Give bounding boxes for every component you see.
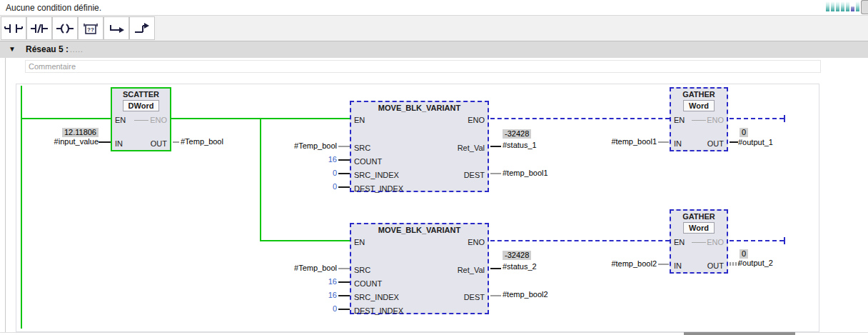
level-bar [851,1,854,11]
gather2-out-monitor: 0 [740,249,748,259]
plc-ladder-editor: Aucune condition définie. [0,0,868,335]
move2-dest-index-value[interactable]: 0 [286,304,337,314]
scatter-datatype-dropdown[interactable]: DWord [123,100,160,111]
move2-dest-operand[interactable]: #temp_bool2 [503,290,548,299]
move2-ret-val-operand[interactable]: #status_2 [503,262,537,271]
wire-gather1-in [658,141,669,143]
scatter-pin-eno[interactable]: ENO [150,116,167,125]
gather1-pin-en[interactable]: EN [674,116,685,125]
wire-move1-dest [490,173,501,174]
move1-src-index-value[interactable]: 0 [286,169,337,178]
gather1-in-operand[interactable]: #temp_bool1 [562,137,657,146]
move2-src-index-value[interactable]: 16 [286,291,337,300]
move1-pin-count[interactable]: COUNT [354,157,382,166]
move2-pin-count[interactable]: COUNT [354,279,382,289]
scatter-in-monitor-value: 12.11806 [29,128,99,137]
wire-gather2-in [658,264,669,265]
move2-pin-src-index[interactable]: SRC_INDEX [354,293,399,302]
normally-open-contact-button[interactable] [1,16,26,40]
wire-gather2-eno-open [730,240,784,241]
close-branch-button[interactable] [129,16,155,40]
wire-gather2-eno-terminator [784,237,785,244]
wire-gather1-out [730,141,738,143]
move1-pin-ret-val[interactable]: Ret_Val [458,144,485,153]
level-bar [856,1,859,11]
move2-src-operand[interactable]: #Temp_bool [243,264,337,273]
move2-pin-dest[interactable]: DEST [464,293,485,302]
gather1-out-operand[interactable]: #output_1 [738,138,773,147]
collapse-network-icon[interactable]: ▼ [9,45,16,53]
gather1-pin-eno[interactable]: ENO [707,116,724,125]
network-title-placeholder[interactable]: ..... [70,46,84,54]
move1-pin-dest-index[interactable]: DEST_INDEX [354,184,403,194]
wire-move1-ret-val [490,146,501,147]
network-comment-field[interactable]: Commentaire [25,60,821,73]
gather2-pin-en[interactable]: EN [674,238,685,247]
move-blk-variant-2-block[interactable]: MOVE_BLK_VARIANT EN ENO SRC COUNT SRC_IN… [350,223,489,314]
gather1-pin-in[interactable]: IN [674,139,682,149]
wire-gather1-eno-open [730,118,784,119]
coil-button[interactable] [52,16,78,40]
gather2-in-operand[interactable]: #temp_bool2 [562,259,657,269]
collapse-panel-button[interactable] [861,0,868,14]
scatter-block[interactable]: SCATTER DWord EN ENO IN OUT [111,87,171,151]
move2-pin-src[interactable]: SRC [354,266,370,275]
status-bar: Aucune condition définie. [0,0,868,16]
move1-ret-val-operand[interactable]: #status_1 [503,141,537,150]
move2-pin-dest-index[interactable]: DEST_INDEX [354,306,403,316]
move2-pin-en[interactable]: EN [354,238,365,247]
gather1-pin-out[interactable]: OUT [707,139,724,149]
wire-move2-dest-index [338,309,350,310]
move1-pin-dest[interactable]: DEST [464,171,485,180]
move1-count-value[interactable]: 16 [286,155,337,164]
gather2-pin-out[interactable]: OUT [707,261,724,271]
move1-dest-operand[interactable]: #temp_bool1 [503,169,548,178]
gather2-pin-eno[interactable]: ENO [707,238,724,247]
empty-box-button[interactable]: ?? [78,16,104,40]
wire-scatter-eno-to-move1-en [171,118,351,119]
level-bar [846,1,849,11]
move2-count-value[interactable]: 16 [286,277,337,286]
wire-move1-eno-to-gather1-en [490,118,670,119]
move2-pin-ret-val[interactable]: Ret_Val [458,266,485,275]
empty-box-icon: ?? [81,21,100,36]
move1-title: MOVE_BLK_VARIANT [351,104,488,112]
move1-pin-en[interactable]: EN [354,116,365,125]
gather2-title: GATHER [671,212,727,221]
gather2-pin-in[interactable]: IN [674,261,682,271]
horizontal-scrollbar-thumb[interactable] [684,332,795,335]
open-branch-button[interactable] [104,16,129,40]
wire-input-to-in [99,141,111,143]
gather1-datatype-dropdown[interactable]: Word [683,100,715,111]
normally-closed-contact-button[interactable] [26,16,52,40]
gather2-out-operand[interactable]: #output_2 [738,259,773,268]
move1-dest-index-value[interactable]: 0 [286,182,337,191]
close-branch-icon [133,21,151,36]
gather1-block[interactable]: GATHER Word EN ENO IN OUT [670,87,728,151]
wire-move1-src [338,146,350,147]
move1-pin-src-index[interactable]: SRC_INDEX [354,171,399,180]
network-header[interactable]: ▼ Réseau 5 : ..... [0,41,868,58]
scatter-pin-out[interactable]: OUT [151,139,167,149]
level-bar [841,1,844,11]
scatter-en-eno-separator [134,120,148,121]
scatter-in-operand[interactable]: #input_value [29,137,99,146]
move1-src-operand[interactable]: #Temp_bool [243,141,337,151]
gather2-block[interactable]: GATHER Word EN ENO IN OUT [670,209,728,274]
move1-pin-src[interactable]: SRC [354,144,370,153]
gather2-en-eno-separator [692,242,706,243]
move2-pin-eno[interactable]: ENO [468,238,485,247]
wire-move2-src [338,268,350,269]
gather2-datatype-dropdown[interactable]: Word [683,222,715,234]
move1-pin-eno[interactable]: ENO [468,116,485,125]
scatter-pin-en[interactable]: EN [115,116,126,125]
open-branch-icon [107,21,126,36]
wire-rail-to-scatter-en [22,118,111,119]
network-title: Réseau 5 : [26,44,69,54]
scatter-out-operand[interactable]: #Temp_bool [181,137,223,146]
wire-move2-dest [490,295,501,296]
move-blk-variant-1-block[interactable]: MOVE_BLK_VARIANT EN ENO SRC COUNT SRC_IN… [350,101,489,192]
wire-out-stub [173,141,179,143]
scatter-pin-in[interactable]: IN [115,139,123,149]
wire-branch-down [260,118,261,241]
